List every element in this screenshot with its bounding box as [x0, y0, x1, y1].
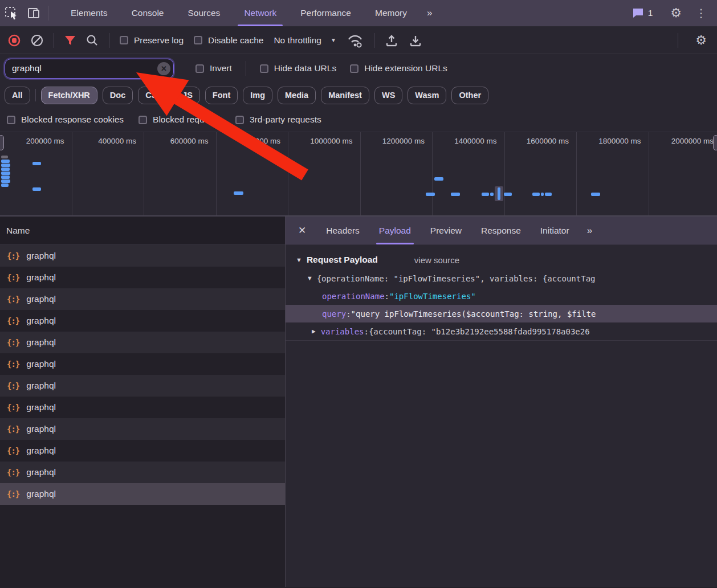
filter-chip-manifest[interactable]: Manifest: [321, 87, 369, 104]
invert-checkbox[interactable]: [195, 64, 204, 73]
search-icon[interactable]: [86, 34, 99, 47]
filter-icon[interactable]: [64, 35, 76, 46]
timeline-tick-label: 1800000 ms: [598, 137, 641, 145]
hide-extension-urls-checkbox[interactable]: [350, 64, 358, 73]
waterfall-mark: [32, 187, 41, 191]
request-row[interactable]: {:}graphql: [0, 462, 285, 483]
disable-cache-checkbox[interactable]: [194, 36, 202, 44]
name-column-header[interactable]: Name: [0, 217, 285, 245]
request-row[interactable]: {:}graphql: [0, 267, 285, 288]
filter-chip-doc[interactable]: Doc: [103, 87, 133, 104]
preserve-log-control[interactable]: Preserve log: [120, 35, 184, 46]
request-row[interactable]: {:}graphql: [0, 245, 285, 267]
filter-chip-img[interactable]: Img: [243, 87, 272, 104]
network-settings-gear-icon[interactable]: ⚙: [689, 33, 717, 48]
details-tab-response[interactable]: Response: [471, 217, 531, 244]
payload-separator: :: [364, 327, 368, 336]
filter-chip-font[interactable]: Font: [205, 87, 238, 104]
details-tab-initiator[interactable]: Initiator: [531, 217, 579, 244]
toolbar-separator: [54, 33, 54, 48]
tab-network[interactable]: Network: [232, 0, 288, 26]
throttling-dropdown[interactable]: No throttling ▼: [274, 35, 336, 46]
tab-console[interactable]: Console: [120, 0, 176, 26]
request-row[interactable]: {:}graphql: [0, 418, 285, 440]
request-name: graphql: [26, 272, 56, 283]
details-more-tabs-button[interactable]: »: [579, 217, 601, 244]
request-row[interactable]: {:}graphql: [0, 440, 285, 462]
network-conditions-icon[interactable]: [347, 33, 364, 48]
inspect-element-button[interactable]: [0, 0, 23, 26]
filter-chip-css[interactable]: CSS: [138, 87, 170, 104]
blocked-response-cookies-checkbox[interactable]: [7, 116, 15, 124]
request-payload-section[interactable]: ▼ Request Payload view source: [286, 252, 717, 270]
request-row[interactable]: {:}graphql: [0, 332, 285, 353]
blocked-requests-checkbox[interactable]: [138, 116, 147, 124]
details-tab-preview[interactable]: Preview: [421, 217, 471, 244]
payload-row-variables[interactable]: ▶variables: {accountTag: "b12e3b2192ee55…: [286, 322, 717, 340]
waterfall-mark: [1, 164, 10, 167]
timeline-tick-label: 1200000 ms: [382, 137, 425, 145]
blocked-requests-control[interactable]: Blocked requests: [138, 115, 221, 125]
fetch-xhr-icon: {:}: [7, 251, 19, 260]
preserve-log-checkbox[interactable]: [120, 36, 128, 44]
settings-gear-icon[interactable]: ⚙: [663, 6, 689, 21]
record-button[interactable]: [8, 34, 21, 47]
invert-control[interactable]: Invert: [195, 63, 232, 74]
network-overview-timeline[interactable]: 200000 ms400000 ms600000 ms800000 ms1000…: [0, 132, 717, 217]
tab-performance[interactable]: Performance: [288, 0, 363, 26]
payload-row-operationname[interactable]: operationName: "ipFlowTimeseries": [286, 287, 717, 305]
more-tabs-button[interactable]: »: [419, 0, 441, 26]
request-row[interactable]: {:}graphql: [0, 483, 285, 505]
filter-input[interactable]: [5, 59, 174, 79]
hide-extension-urls-control[interactable]: Hide extension URLs: [350, 63, 447, 74]
payload-preview-row[interactable]: ▼ {operationName: "ipFlowTimeseries", va…: [286, 270, 717, 287]
blocked-requests-label: Blocked requests: [153, 115, 221, 125]
export-har-icon[interactable]: [409, 34, 422, 47]
request-row[interactable]: {:}graphql: [0, 375, 285, 397]
expand-triangle-icon[interactable]: ▶: [312, 328, 316, 335]
waterfall-mark: [451, 193, 460, 196]
timeline-column: 1800000 ms: [577, 132, 649, 215]
filter-chip-js[interactable]: JS: [175, 87, 200, 104]
clear-network-log-button[interactable]: [31, 34, 43, 47]
kebab-menu-icon[interactable]: ⋮: [689, 6, 714, 20]
filter-chip-other[interactable]: Other: [451, 87, 488, 104]
details-tab-headers[interactable]: Headers: [316, 217, 369, 244]
tab-sources[interactable]: Sources: [176, 0, 233, 26]
device-toolbar-button[interactable]: [23, 0, 46, 26]
request-row[interactable]: {:}graphql: [0, 310, 285, 332]
request-row[interactable]: {:}graphql: [0, 288, 285, 310]
request-name: graphql: [26, 402, 56, 413]
issues-button[interactable]: 1: [626, 7, 659, 19]
payload-value: "query ipFlowTimeseries($accountTag: str…: [351, 309, 596, 318]
hide-data-urls-control[interactable]: Hide data URLs: [260, 63, 336, 74]
filter-chip-wasm[interactable]: Wasm: [408, 87, 446, 104]
payload-row-query[interactable]: query: "query ipFlowTimeseries($accountT…: [286, 305, 717, 322]
blocked-response-cookies-control[interactable]: Blocked response cookies: [7, 115, 124, 125]
filter-chip-fetch-xhr[interactable]: Fetch/XHR: [41, 87, 97, 104]
hide-data-urls-checkbox[interactable]: [260, 64, 268, 73]
device-toolbar-icon: [27, 6, 42, 21]
filter-chip-ws[interactable]: WS: [374, 87, 402, 104]
request-name: graphql: [26, 424, 56, 434]
filter-chip-all[interactable]: All: [5, 87, 30, 104]
import-har-icon[interactable]: [385, 34, 398, 47]
filter-row: ✕ Invert Hide data URLs Hide extension U…: [0, 54, 717, 83]
disable-cache-control[interactable]: Disable cache: [194, 35, 263, 46]
tab-memory[interactable]: Memory: [363, 0, 419, 26]
tab-elements[interactable]: Elements: [59, 0, 120, 26]
collapse-triangle-icon[interactable]: ▼: [296, 256, 302, 263]
close-details-button[interactable]: ✕: [286, 217, 316, 244]
3rd-party-requests-checkbox[interactable]: [235, 116, 244, 124]
fetch-xhr-icon: {:}: [7, 360, 19, 369]
request-row[interactable]: {:}graphql: [0, 353, 285, 375]
filter-chip-media[interactable]: Media: [278, 87, 316, 104]
expand-triangle-icon[interactable]: ▼: [308, 275, 312, 282]
payload-separator: :: [346, 309, 351, 318]
3rd-party-requests-control[interactable]: 3rd-party requests: [235, 115, 321, 125]
view-source-link[interactable]: view source: [414, 255, 459, 265]
details-tab-payload[interactable]: Payload: [369, 217, 421, 244]
request-row[interactable]: {:}graphql: [0, 397, 285, 418]
clear-filter-button[interactable]: ✕: [157, 62, 170, 75]
inspect-cursor-icon: [4, 6, 19, 21]
